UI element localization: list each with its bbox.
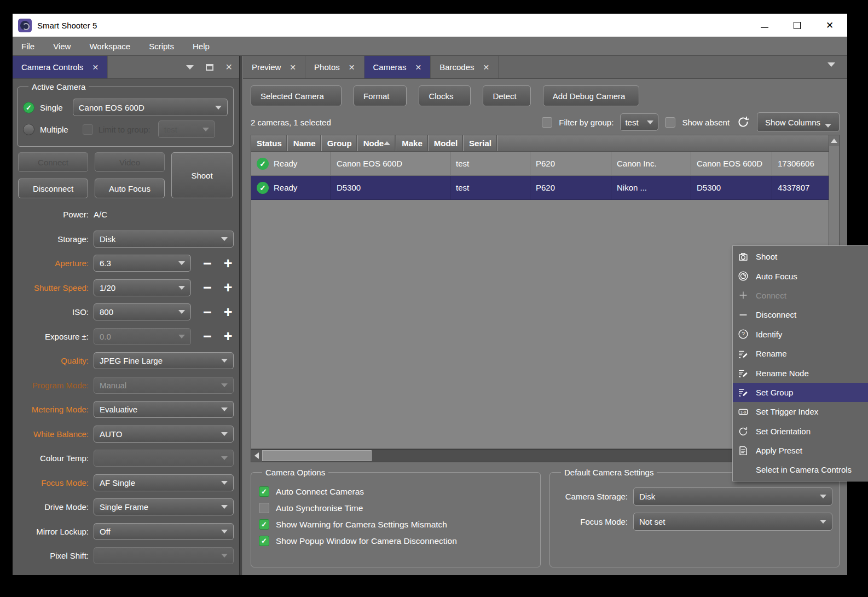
tab-close-icon[interactable]: ✕ [290,63,296,72]
view-tab[interactable]: Preview ✕ [243,56,305,78]
column-header[interactable]: Serial [464,135,497,151]
setting-select[interactable]: Evaluative [94,401,234,418]
panel-splitter[interactable] [239,56,243,575]
menu-item[interactable]: Scripts [149,42,174,51]
camera-count-status: 2 cameras, 1 selected [251,118,331,127]
setting-select[interactable]: 6.3 [94,255,191,272]
column-header[interactable]: Model [429,135,464,151]
toolbar-button[interactable]: Selected Camera [251,85,342,106]
increment-button[interactable]: + [224,256,233,271]
horizontal-scroll-thumb[interactable] [262,450,372,461]
setting-select[interactable]: 0.0 [94,328,191,345]
toolbar-button[interactable]: Detect [483,85,530,106]
tab-close-icon[interactable]: ✕ [415,63,421,72]
context-menu-item[interactable]: Disconnect [733,305,868,324]
view-tab[interactable]: Cameras ✕ [364,56,431,78]
increment-button[interactable]: + [224,305,233,320]
setting-select[interactable]: Off [94,523,234,540]
option-checkbox[interactable]: ✓ [259,536,269,546]
scroll-left-icon[interactable] [251,450,262,462]
dock-menu-icon[interactable] [186,65,194,70]
setting-select[interactable]: Single Frame [94,498,234,515]
maximize-button-icon[interactable] [794,22,801,29]
filter-group-select[interactable]: test [620,113,658,131]
chevron-down-icon [647,120,653,124]
dock-float-icon[interactable] [206,64,213,71]
option-checkbox[interactable]: ✓ [259,519,269,530]
setting-select[interactable]: 1/20 [94,279,191,296]
show-absent-checkbox[interactable] [665,117,675,128]
context-menu-item[interactable]: Shoot [733,247,868,266]
scroll-up-icon[interactable] [829,135,839,146]
increment-button[interactable]: + [224,280,233,295]
tab-camera-controls[interactable]: Camera Controls ✕ [13,56,108,78]
table-header: Status Name Group [251,135,829,152]
filter-by-group-checkbox[interactable] [542,117,552,128]
toolbar-button[interactable]: Add Debug Camera [543,85,640,106]
setting-select[interactable]: AF Single [94,474,234,491]
video-button[interactable]: Video [95,152,165,172]
column-header[interactable]: Make [396,135,429,151]
auto-focus-button[interactable]: Auto Focus [95,179,165,198]
app-icon [18,19,32,32]
context-menu-item[interactable]: Set Group [733,383,868,402]
context-menu-item[interactable]: Set Orientation [733,422,868,441]
tab-close-icon[interactable]: ✕ [483,63,490,72]
dock-close-icon[interactable]: ✕ [225,64,233,71]
toolbar-button[interactable]: Clocks [419,85,471,106]
active-camera-select[interactable]: Canon EOS 600D [73,99,228,116]
view-tab[interactable]: Photos ✕ [305,56,364,78]
minimize-button-icon[interactable] [761,23,768,28]
context-menu-item[interactable]: 1-9 Set Trigger Index [733,402,868,421]
single-radio[interactable]: ✓ [23,102,34,113]
context-menu-item[interactable]: Rename [733,344,868,363]
table-row[interactable]: ✓Ready D5300 test P620 Nikon ... D5300 4… [251,176,829,200]
setting-select[interactable]: AUTO [94,426,234,443]
tab-close-icon[interactable]: ✕ [92,63,99,72]
context-menu-item[interactable]: Auto Focus [733,266,868,285]
decrement-button[interactable]: − [203,256,212,271]
default-setting-select[interactable]: Not set [633,513,832,531]
context-menu-item[interactable]: Apply Preset [733,441,868,460]
view-tab[interactable]: Barcodes ✕ [431,56,499,78]
toolbar-button[interactable]: Format [354,85,407,106]
context-menu-item[interactable]: Rename Node [733,363,868,382]
show-columns-button[interactable]: Show Columns [757,112,840,132]
menu-item[interactable]: View [53,42,71,51]
context-menu-item[interactable]: ? Identify [733,325,868,344]
table-row[interactable]: ✓Ready Canon EOS 600D test P620 Canon In… [251,152,829,176]
disconnect-button[interactable]: Disconnect [18,179,88,198]
setting-select[interactable] [94,450,234,467]
setting-select[interactable]: Manual [94,377,234,394]
column-header[interactable]: Group [322,135,358,151]
refresh-icon[interactable] [736,115,750,129]
option-checkbox[interactable]: ✓ [259,486,269,497]
shoot-button[interactable]: Shoot [171,152,233,198]
setting-select[interactable]: Disk [94,231,234,248]
option-checkbox[interactable] [259,503,269,513]
limit-group-select[interactable]: test [158,120,215,138]
default-setting-select[interactable]: Disk [633,487,832,506]
column-header[interactable]: Name [288,135,322,151]
setting-select[interactable]: 800 [94,303,191,320]
context-menu-item[interactable]: Connect [733,286,868,305]
tab-close-icon[interactable]: ✕ [349,63,355,72]
setting-select[interactable] [94,547,234,564]
menu-item[interactable]: Help [193,42,210,51]
context-menu-item[interactable]: Select in Camera Controls [733,460,868,479]
increment-button[interactable]: + [224,329,233,344]
setting-select[interactable]: JPEG Fine Large [94,352,234,369]
column-header[interactable]: Node [358,135,397,151]
multiple-radio[interactable] [23,124,34,135]
connect-button[interactable]: Connect [18,152,88,172]
menu-item[interactable]: Workspace [89,42,130,51]
limit-to-group-checkbox[interactable] [83,124,93,135]
decrement-button[interactable]: − [203,280,212,295]
decrement-button[interactable]: − [203,305,212,320]
decrement-button[interactable]: − [203,329,212,344]
app-window: Smart Shooter 5 ✕ FileViewWorkspaceScrip… [13,14,847,575]
close-button-icon[interactable]: ✕ [826,21,834,30]
column-header[interactable]: Status [251,135,288,151]
tab-list-icon[interactable] [828,62,835,67]
menu-item[interactable]: File [21,42,34,51]
